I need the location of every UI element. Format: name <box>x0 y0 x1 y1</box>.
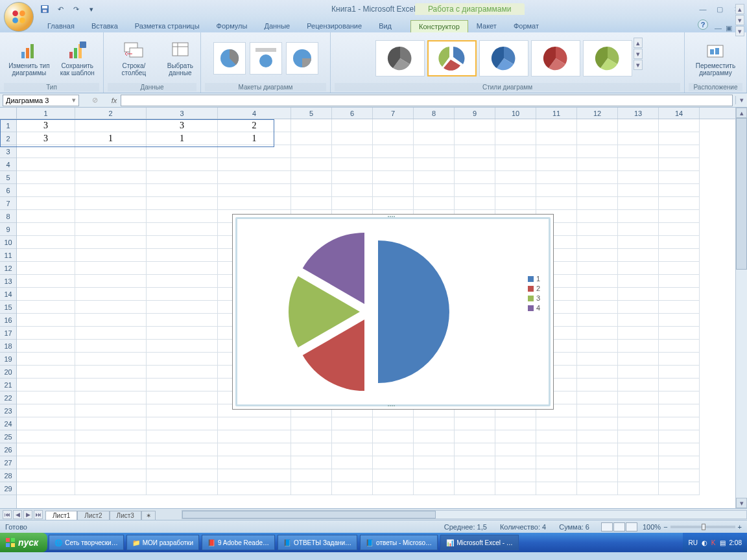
cell[interactable] <box>659 482 700 495</box>
cell[interactable] <box>414 145 455 158</box>
column-header[interactable]: 13 <box>618 108 659 119</box>
cell[interactable] <box>75 210 147 223</box>
cell[interactable] <box>332 158 373 171</box>
sheet-nav-first-icon[interactable]: ⏮ <box>3 510 12 519</box>
cell[interactable] <box>147 158 218 171</box>
cell[interactable] <box>332 482 373 495</box>
tab-format[interactable]: Формат <box>505 19 547 32</box>
column-header[interactable]: 3 <box>147 108 218 119</box>
cell[interactable] <box>75 366 147 379</box>
cell[interactable] <box>218 456 291 469</box>
tab-data[interactable]: Данные <box>255 19 298 32</box>
cell[interactable] <box>291 430 332 443</box>
cell[interactable] <box>17 379 75 391</box>
cell[interactable] <box>147 430 218 443</box>
cell[interactable] <box>75 404 147 417</box>
cell[interactable] <box>455 417 495 430</box>
cell[interactable] <box>659 275 700 288</box>
pie-chart[interactable] <box>285 228 453 396</box>
cell[interactable] <box>455 171 495 184</box>
cell[interactable] <box>17 443 75 456</box>
fx-icon[interactable]: fx <box>108 97 121 104</box>
cell[interactable] <box>495 482 536 495</box>
cell[interactable] <box>17 288 75 301</box>
row-header[interactable]: 8 <box>0 210 16 223</box>
row-header[interactable]: 16 <box>0 314 16 327</box>
cell[interactable] <box>495 469 536 482</box>
doc-minimize-icon[interactable]: — <box>715 24 722 32</box>
cell[interactable] <box>147 262 218 275</box>
cell[interactable] <box>75 456 147 469</box>
zoom-level[interactable]: 100% <box>643 523 661 531</box>
row-header[interactable]: 1 <box>0 119 16 132</box>
cell[interactable] <box>577 288 618 301</box>
cell[interactable] <box>17 366 75 379</box>
cell[interactable] <box>495 443 536 456</box>
cell[interactable] <box>17 482 75 495</box>
cell[interactable] <box>577 340 618 353</box>
cell[interactable] <box>147 391 218 404</box>
cell[interactable] <box>147 145 218 158</box>
row-header[interactable]: 26 <box>0 443 16 456</box>
cell[interactable] <box>414 158 455 171</box>
tray-icon[interactable]: ◐ <box>702 539 707 546</box>
taskbar-item[interactable]: 📘ОТВЕТЫ Задани… <box>278 535 357 550</box>
cell[interactable] <box>291 197 332 210</box>
cell[interactable] <box>291 145 332 158</box>
cell[interactable] <box>659 469 700 482</box>
cell[interactable] <box>659 404 700 417</box>
row-header[interactable]: 27 <box>0 456 16 469</box>
cell[interactable] <box>218 482 291 495</box>
cell[interactable] <box>577 249 618 262</box>
cell[interactable] <box>17 158 75 171</box>
cell[interactable] <box>659 145 700 158</box>
sheet-nav-next-icon[interactable]: ▶ <box>23 510 32 519</box>
cell[interactable] <box>618 353 659 366</box>
cell[interactable] <box>577 353 618 366</box>
cell[interactable] <box>291 132 332 145</box>
cell[interactable] <box>659 456 700 469</box>
cell[interactable] <box>17 171 75 184</box>
row-header[interactable]: 14 <box>0 288 16 301</box>
undo-icon[interactable]: ↶ <box>54 3 66 15</box>
column-header[interactable]: 6 <box>332 108 373 119</box>
cell[interactable] <box>455 132 495 145</box>
cell[interactable] <box>147 236 218 249</box>
cell[interactable] <box>373 443 414 456</box>
cell[interactable] <box>577 314 618 327</box>
cell[interactable] <box>373 430 414 443</box>
cell[interactable] <box>17 469 75 482</box>
cell[interactable]: 3 <box>17 119 75 132</box>
cell[interactable] <box>373 184 414 197</box>
row-header[interactable]: 28 <box>0 469 16 482</box>
cell[interactable] <box>147 379 218 391</box>
cell[interactable] <box>218 145 291 158</box>
cell[interactable] <box>659 340 700 353</box>
column-header[interactable]: 7 <box>373 108 414 119</box>
row-header[interactable]: 5 <box>0 171 16 184</box>
cell[interactable] <box>495 456 536 469</box>
minimize-icon[interactable]: — <box>696 4 709 14</box>
cell[interactable] <box>536 482 577 495</box>
row-header[interactable]: 6 <box>0 184 16 197</box>
cell[interactable] <box>75 379 147 391</box>
tray-icon[interactable]: K <box>711 539 716 546</box>
cell[interactable] <box>75 482 147 495</box>
cell[interactable] <box>147 417 218 430</box>
cell[interactable] <box>75 223 147 236</box>
column-header[interactable]: 9 <box>455 108 495 119</box>
cell[interactable] <box>332 132 373 145</box>
legend-item[interactable]: 4 <box>528 304 540 312</box>
chart-style-2[interactable] <box>427 40 477 76</box>
pie-slice[interactable] <box>378 240 449 383</box>
cell[interactable] <box>147 314 218 327</box>
cell[interactable] <box>659 119 700 132</box>
cell[interactable] <box>147 366 218 379</box>
cell[interactable] <box>17 223 75 236</box>
taskbar-item[interactable]: 📊Microsoft Excel - … <box>440 535 519 550</box>
cell[interactable] <box>218 443 291 456</box>
tab-review[interactable]: Рецензирование <box>298 19 370 32</box>
cell[interactable] <box>332 443 373 456</box>
cell[interactable] <box>455 145 495 158</box>
cell[interactable] <box>218 171 291 184</box>
